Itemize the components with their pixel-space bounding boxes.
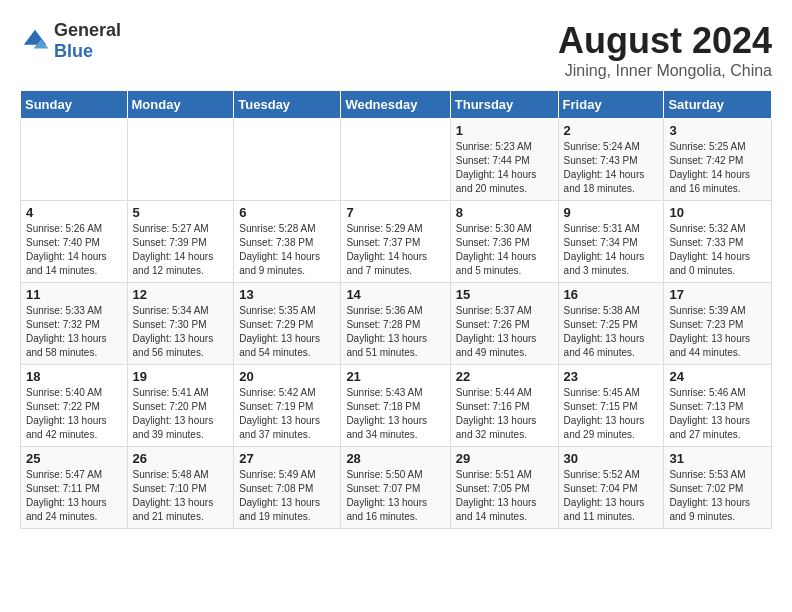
day-number: 12 xyxy=(133,287,229,302)
day-number: 29 xyxy=(456,451,553,466)
location-subtitle: Jining, Inner Mongolia, China xyxy=(558,62,772,80)
calendar-cell: 4Sunrise: 5:26 AM Sunset: 7:40 PM Daylig… xyxy=(21,201,128,283)
day-info: Sunrise: 5:30 AM Sunset: 7:36 PM Dayligh… xyxy=(456,222,553,278)
calendar-cell: 28Sunrise: 5:50 AM Sunset: 7:07 PM Dayli… xyxy=(341,447,450,529)
day-info: Sunrise: 5:50 AM Sunset: 7:07 PM Dayligh… xyxy=(346,468,444,524)
calendar-header-row: SundayMondayTuesdayWednesdayThursdayFrid… xyxy=(21,91,772,119)
calendar-cell xyxy=(21,119,128,201)
day-info: Sunrise: 5:44 AM Sunset: 7:16 PM Dayligh… xyxy=(456,386,553,442)
day-number: 23 xyxy=(564,369,659,384)
day-number: 13 xyxy=(239,287,335,302)
logo: General Blue xyxy=(20,20,121,62)
day-info: Sunrise: 5:38 AM Sunset: 7:25 PM Dayligh… xyxy=(564,304,659,360)
calendar-cell: 14Sunrise: 5:36 AM Sunset: 7:28 PM Dayli… xyxy=(341,283,450,365)
column-header-monday: Monday xyxy=(127,91,234,119)
calendar-cell: 30Sunrise: 5:52 AM Sunset: 7:04 PM Dayli… xyxy=(558,447,664,529)
calendar-cell: 31Sunrise: 5:53 AM Sunset: 7:02 PM Dayli… xyxy=(664,447,772,529)
calendar-cell: 15Sunrise: 5:37 AM Sunset: 7:26 PM Dayli… xyxy=(450,283,558,365)
day-info: Sunrise: 5:36 AM Sunset: 7:28 PM Dayligh… xyxy=(346,304,444,360)
day-info: Sunrise: 5:33 AM Sunset: 7:32 PM Dayligh… xyxy=(26,304,122,360)
day-number: 28 xyxy=(346,451,444,466)
calendar-cell: 17Sunrise: 5:39 AM Sunset: 7:23 PM Dayli… xyxy=(664,283,772,365)
day-number: 16 xyxy=(564,287,659,302)
day-number: 10 xyxy=(669,205,766,220)
calendar-cell: 25Sunrise: 5:47 AM Sunset: 7:11 PM Dayli… xyxy=(21,447,128,529)
calendar-cell: 5Sunrise: 5:27 AM Sunset: 7:39 PM Daylig… xyxy=(127,201,234,283)
day-number: 30 xyxy=(564,451,659,466)
day-number: 8 xyxy=(456,205,553,220)
day-info: Sunrise: 5:43 AM Sunset: 7:18 PM Dayligh… xyxy=(346,386,444,442)
column-header-sunday: Sunday xyxy=(21,91,128,119)
calendar-cell xyxy=(341,119,450,201)
day-number: 21 xyxy=(346,369,444,384)
day-info: Sunrise: 5:47 AM Sunset: 7:11 PM Dayligh… xyxy=(26,468,122,524)
day-number: 26 xyxy=(133,451,229,466)
day-info: Sunrise: 5:51 AM Sunset: 7:05 PM Dayligh… xyxy=(456,468,553,524)
day-number: 1 xyxy=(456,123,553,138)
day-number: 18 xyxy=(26,369,122,384)
day-number: 31 xyxy=(669,451,766,466)
day-info: Sunrise: 5:46 AM Sunset: 7:13 PM Dayligh… xyxy=(669,386,766,442)
calendar-cell xyxy=(127,119,234,201)
calendar-cell: 19Sunrise: 5:41 AM Sunset: 7:20 PM Dayli… xyxy=(127,365,234,447)
day-info: Sunrise: 5:41 AM Sunset: 7:20 PM Dayligh… xyxy=(133,386,229,442)
day-info: Sunrise: 5:25 AM Sunset: 7:42 PM Dayligh… xyxy=(669,140,766,196)
day-number: 17 xyxy=(669,287,766,302)
logo-blue: Blue xyxy=(54,41,93,61)
day-info: Sunrise: 5:28 AM Sunset: 7:38 PM Dayligh… xyxy=(239,222,335,278)
day-info: Sunrise: 5:34 AM Sunset: 7:30 PM Dayligh… xyxy=(133,304,229,360)
column-header-thursday: Thursday xyxy=(450,91,558,119)
day-number: 6 xyxy=(239,205,335,220)
calendar-cell: 20Sunrise: 5:42 AM Sunset: 7:19 PM Dayli… xyxy=(234,365,341,447)
day-number: 5 xyxy=(133,205,229,220)
calendar-cell: 11Sunrise: 5:33 AM Sunset: 7:32 PM Dayli… xyxy=(21,283,128,365)
day-number: 22 xyxy=(456,369,553,384)
day-info: Sunrise: 5:31 AM Sunset: 7:34 PM Dayligh… xyxy=(564,222,659,278)
day-info: Sunrise: 5:40 AM Sunset: 7:22 PM Dayligh… xyxy=(26,386,122,442)
column-header-friday: Friday xyxy=(558,91,664,119)
calendar-cell: 1Sunrise: 5:23 AM Sunset: 7:44 PM Daylig… xyxy=(450,119,558,201)
calendar-cell: 24Sunrise: 5:46 AM Sunset: 7:13 PM Dayli… xyxy=(664,365,772,447)
day-info: Sunrise: 5:26 AM Sunset: 7:40 PM Dayligh… xyxy=(26,222,122,278)
calendar-cell: 29Sunrise: 5:51 AM Sunset: 7:05 PM Dayli… xyxy=(450,447,558,529)
page-header: General Blue August 2024 Jining, Inner M… xyxy=(20,20,772,80)
calendar-week-row: 18Sunrise: 5:40 AM Sunset: 7:22 PM Dayli… xyxy=(21,365,772,447)
calendar-cell: 22Sunrise: 5:44 AM Sunset: 7:16 PM Dayli… xyxy=(450,365,558,447)
column-header-saturday: Saturday xyxy=(664,91,772,119)
calendar-cell: 16Sunrise: 5:38 AM Sunset: 7:25 PM Dayli… xyxy=(558,283,664,365)
calendar-cell: 21Sunrise: 5:43 AM Sunset: 7:18 PM Dayli… xyxy=(341,365,450,447)
day-number: 15 xyxy=(456,287,553,302)
calendar-cell: 23Sunrise: 5:45 AM Sunset: 7:15 PM Dayli… xyxy=(558,365,664,447)
calendar-cell: 2Sunrise: 5:24 AM Sunset: 7:43 PM Daylig… xyxy=(558,119,664,201)
day-info: Sunrise: 5:27 AM Sunset: 7:39 PM Dayligh… xyxy=(133,222,229,278)
calendar-cell: 27Sunrise: 5:49 AM Sunset: 7:08 PM Dayli… xyxy=(234,447,341,529)
day-number: 20 xyxy=(239,369,335,384)
calendar-cell xyxy=(234,119,341,201)
calendar-cell: 12Sunrise: 5:34 AM Sunset: 7:30 PM Dayli… xyxy=(127,283,234,365)
day-number: 24 xyxy=(669,369,766,384)
day-number: 14 xyxy=(346,287,444,302)
calendar-cell: 13Sunrise: 5:35 AM Sunset: 7:29 PM Dayli… xyxy=(234,283,341,365)
day-info: Sunrise: 5:39 AM Sunset: 7:23 PM Dayligh… xyxy=(669,304,766,360)
calendar-cell: 6Sunrise: 5:28 AM Sunset: 7:38 PM Daylig… xyxy=(234,201,341,283)
title-section: August 2024 Jining, Inner Mongolia, Chin… xyxy=(558,20,772,80)
day-number: 9 xyxy=(564,205,659,220)
calendar-table: SundayMondayTuesdayWednesdayThursdayFrid… xyxy=(20,90,772,529)
calendar-cell: 10Sunrise: 5:32 AM Sunset: 7:33 PM Dayli… xyxy=(664,201,772,283)
logo-icon xyxy=(20,26,50,56)
calendar-week-row: 4Sunrise: 5:26 AM Sunset: 7:40 PM Daylig… xyxy=(21,201,772,283)
day-info: Sunrise: 5:49 AM Sunset: 7:08 PM Dayligh… xyxy=(239,468,335,524)
day-info: Sunrise: 5:32 AM Sunset: 7:33 PM Dayligh… xyxy=(669,222,766,278)
day-info: Sunrise: 5:24 AM Sunset: 7:43 PM Dayligh… xyxy=(564,140,659,196)
calendar-week-row: 25Sunrise: 5:47 AM Sunset: 7:11 PM Dayli… xyxy=(21,447,772,529)
calendar-cell: 8Sunrise: 5:30 AM Sunset: 7:36 PM Daylig… xyxy=(450,201,558,283)
day-number: 4 xyxy=(26,205,122,220)
calendar-cell: 7Sunrise: 5:29 AM Sunset: 7:37 PM Daylig… xyxy=(341,201,450,283)
day-info: Sunrise: 5:45 AM Sunset: 7:15 PM Dayligh… xyxy=(564,386,659,442)
day-number: 19 xyxy=(133,369,229,384)
day-info: Sunrise: 5:42 AM Sunset: 7:19 PM Dayligh… xyxy=(239,386,335,442)
day-number: 2 xyxy=(564,123,659,138)
calendar-cell: 26Sunrise: 5:48 AM Sunset: 7:10 PM Dayli… xyxy=(127,447,234,529)
calendar-cell: 3Sunrise: 5:25 AM Sunset: 7:42 PM Daylig… xyxy=(664,119,772,201)
day-number: 7 xyxy=(346,205,444,220)
